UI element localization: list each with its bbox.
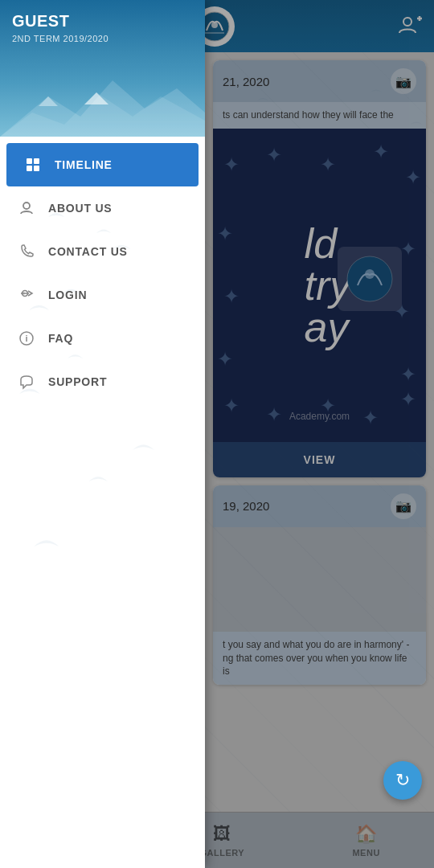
contact-icon (16, 241, 37, 262)
about-icon (16, 198, 37, 219)
sidebar-contact-label: CONTACT US (48, 245, 128, 258)
svg-text:i: i (25, 334, 27, 343)
sidebar-user-name: GUEST (12, 12, 193, 31)
timeline-icon (23, 154, 43, 175)
svg-point-15 (23, 203, 30, 209)
sidebar-item-login[interactable]: LOGIN (0, 273, 205, 317)
sidebar-item-about[interactable]: ABOUT US (0, 186, 205, 230)
sidebar: GUEST 2ND TERM 2019/2020 (0, 0, 205, 868)
sidebar-item-timeline[interactable]: TIMELINE (6, 143, 199, 186)
svg-rect-11 (27, 158, 32, 164)
sidebar-user-header: GUEST 2ND TERM 2019/2020 (0, 0, 205, 137)
support-icon (16, 371, 37, 392)
refresh-icon: ↻ (395, 770, 410, 791)
sidebar-overlay: GUEST 2ND TERM 2019/2020 (0, 0, 434, 868)
refresh-fab[interactable]: ↻ (383, 761, 422, 800)
sidebar-item-faq[interactable]: i FAQ (0, 317, 205, 360)
sidebar-login-label: LOGIN (48, 289, 87, 301)
sidebar-backdrop[interactable] (205, 0, 434, 868)
sidebar-nav: TIMELINE ABOUT US CON (0, 137, 205, 868)
faq-icon: i (16, 328, 37, 349)
sidebar-faq-label: FAQ (48, 332, 73, 345)
sidebar-user-term: 2ND TERM 2019/2020 (12, 34, 193, 43)
svg-point-17 (22, 292, 25, 295)
login-icon (16, 285, 37, 305)
sidebar-timeline-label: TIMELINE (55, 158, 113, 171)
svg-rect-12 (34, 158, 39, 164)
sidebar-support-label: SUPPORT (48, 375, 107, 388)
sidebar-about-label: ABOUT US (48, 202, 113, 215)
sidebar-item-contact[interactable]: CONTACT US (0, 230, 205, 273)
svg-rect-14 (34, 166, 39, 171)
sidebar-item-support[interactable]: SUPPORT (0, 360, 205, 403)
svg-rect-13 (27, 166, 32, 171)
